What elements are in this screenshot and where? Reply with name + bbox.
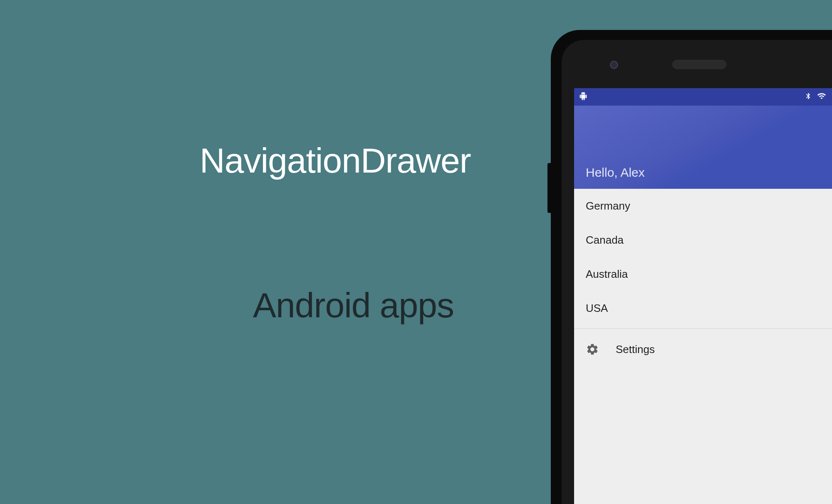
drawer-item-germany[interactable]: Germany <box>574 189 832 223</box>
drawer-item-settings[interactable]: Settings <box>574 332 832 366</box>
bluetooth-icon <box>805 91 812 102</box>
page-subtitle: Android apps <box>253 285 454 326</box>
power-button <box>547 163 551 213</box>
drawer-body: Germany Canada Australia USA Settings <box>574 189 832 366</box>
divider <box>574 329 832 329</box>
front-camera <box>610 61 618 69</box>
drawer-item-label: USA <box>586 302 608 315</box>
android-debug-icon <box>579 91 587 102</box>
drawer-item-label: Australia <box>586 268 628 281</box>
status-bar <box>574 88 832 106</box>
phone-device-frame: Hello, Alex Germany Canada Australia USA <box>551 30 832 504</box>
page-title: NavigationDrawer <box>200 141 471 181</box>
drawer-item-usa[interactable]: USA <box>574 291 832 325</box>
drawer-header: Hello, Alex <box>574 106 832 189</box>
earpiece-speaker <box>672 60 726 69</box>
drawer-item-label: Canada <box>586 234 624 247</box>
drawer-item-australia[interactable]: Australia <box>574 257 832 291</box>
drawer-item-label: Settings <box>616 343 655 356</box>
gear-icon <box>586 343 616 356</box>
drawer-item-label: Germany <box>586 200 630 212</box>
phone-screen: Hello, Alex Germany Canada Australia USA <box>574 88 832 504</box>
drawer-greeting: Hello, Alex <box>586 166 645 180</box>
phone-inner-bezel: Hello, Alex Germany Canada Australia USA <box>562 40 832 504</box>
wifi-icon <box>816 91 827 102</box>
drawer-item-canada[interactable]: Canada <box>574 223 832 257</box>
